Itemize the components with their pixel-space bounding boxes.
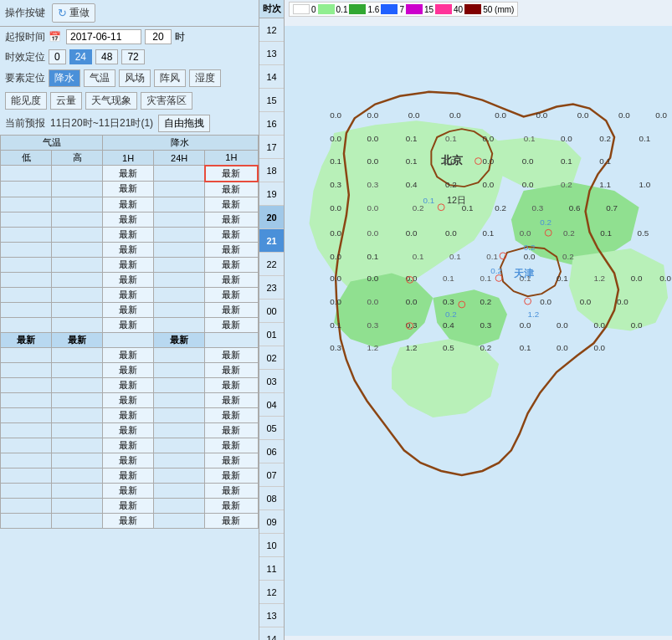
table-cell xyxy=(154,392,205,407)
svg-text:0.0: 0.0 xyxy=(330,274,341,283)
svg-text:1.0: 1.0 xyxy=(639,180,651,189)
elem-btn-wind[interactable]: 风场 xyxy=(119,69,151,87)
svg-text:0.0: 0.0 xyxy=(655,110,667,120)
time-13: 13 xyxy=(259,42,284,65)
svg-text:0.0: 0.0 xyxy=(330,252,341,261)
table-cell: 最新 xyxy=(103,407,154,422)
elem-btn-precipitation[interactable]: 降水 xyxy=(49,69,80,87)
table-cell: 最新 xyxy=(103,166,154,182)
left-panel: 操作按键 ↻ 重做 起报时间 📅 时 时效定位 0 24 48 72 要素定位 … xyxy=(0,0,259,640)
svg-text:0.0: 0.0 xyxy=(540,297,551,306)
table-cell xyxy=(1,257,52,272)
time-04: 04 xyxy=(259,393,284,417)
table-row: 最新最新 xyxy=(1,362,259,377)
table-cell: 最新 xyxy=(103,347,154,362)
element-row: 要素定位 降水 气温 风场 阵风 湿度 xyxy=(0,67,259,90)
time-btn-24[interactable]: 24 xyxy=(69,49,92,64)
element-label: 要素定位 xyxy=(5,71,45,85)
table-cell xyxy=(1,347,52,362)
svg-text:0.5: 0.5 xyxy=(443,343,454,352)
svg-text:0.3: 0.3 xyxy=(532,203,544,212)
svg-text:0.0: 0.0 xyxy=(593,320,605,330)
svg-text:0.2: 0.2 xyxy=(563,228,575,238)
legend-label-0: 0 xyxy=(311,5,316,14)
table-cell xyxy=(52,513,103,528)
svg-text:0.0: 0.0 xyxy=(406,297,418,306)
forecast-value: 11日20时~11日21时(1) xyxy=(50,116,153,131)
elem-btn-humidity[interactable]: 湿度 xyxy=(189,69,221,87)
elem-btn-temperature[interactable]: 气温 xyxy=(84,69,115,87)
table-cell xyxy=(154,197,205,212)
table-cell xyxy=(52,302,103,317)
svg-text:0.2: 0.2 xyxy=(413,203,424,212)
svg-text:0.1: 0.1 xyxy=(482,228,494,238)
svg-text:0.1: 0.1 xyxy=(406,134,418,143)
svg-text:0.1: 0.1 xyxy=(413,252,424,261)
table-cell: 最新 xyxy=(103,257,154,272)
table-cell xyxy=(1,302,52,317)
table-row: 最新最新 xyxy=(1,257,259,272)
toolbar-title: 操作按键 xyxy=(5,6,45,20)
time-btn-72[interactable]: 72 xyxy=(121,49,144,64)
toolbar: 操作按键 ↻ 重做 xyxy=(0,0,259,27)
col-1h-precip: 1H xyxy=(205,151,258,166)
start-time-label: 起报时间 xyxy=(5,30,45,44)
legend-label-40: 40 xyxy=(454,5,463,14)
elem-btn-disaster[interactable]: 灾害落区 xyxy=(141,92,192,110)
table-row-main: 最新最新最新 xyxy=(1,332,259,347)
table-cell: 最新 xyxy=(103,392,154,407)
table-cell xyxy=(52,377,103,392)
table-cell xyxy=(1,212,52,227)
table-cell xyxy=(154,227,205,242)
svg-text:0.1: 0.1 xyxy=(367,252,379,261)
redo-button[interactable]: ↻ 重做 xyxy=(52,3,95,23)
svg-text:0.0: 0.0 xyxy=(330,110,341,120)
table-cell: 最新 xyxy=(103,272,154,287)
svg-text:0.1: 0.1 xyxy=(524,134,536,143)
col-24h: 24H xyxy=(154,151,205,166)
legend-color-pink xyxy=(435,4,452,14)
elem-btn-visibility[interactable]: 能见度 xyxy=(5,92,47,110)
time-12: 12 xyxy=(259,18,284,42)
table-cell xyxy=(52,468,103,483)
svg-text:0.1: 0.1 xyxy=(599,157,611,166)
forecast-label: 当前预报 xyxy=(5,116,45,131)
svg-text:0.3: 0.3 xyxy=(367,180,379,189)
svg-text:0.0: 0.0 xyxy=(618,110,630,120)
table-cell: 最新 xyxy=(103,377,154,392)
time-btn-48[interactable]: 48 xyxy=(95,49,118,64)
table-cell: 最新 xyxy=(103,438,154,453)
table-cell xyxy=(1,498,52,513)
hour-input[interactable] xyxy=(145,29,172,44)
svg-text:0.0: 0.0 xyxy=(482,134,494,143)
time-02: 02 xyxy=(259,346,284,370)
free-drag-button[interactable]: 自由拖拽 xyxy=(158,115,210,132)
table-cell xyxy=(52,166,103,182)
legend-color-white xyxy=(293,4,310,14)
svg-text:0.2: 0.2 xyxy=(524,243,536,252)
col-group-header: 气温 降水 xyxy=(1,136,259,151)
elem-btn-cloud[interactable]: 云量 xyxy=(50,92,82,110)
table-cell xyxy=(154,257,205,272)
svg-text:0.0: 0.0 xyxy=(631,274,643,283)
table-cell: 最新 xyxy=(205,242,258,257)
data-table: 气温 降水 低 高 1H 24H 1H 最新最新最新最新最新最新最新最新最新最新… xyxy=(0,135,259,640)
col-high: 高 xyxy=(52,151,103,166)
svg-text:0.0: 0.0 xyxy=(536,110,547,120)
time-16: 16 xyxy=(259,112,284,136)
time-btn-0[interactable]: 0 xyxy=(49,49,66,64)
time-22: 22 xyxy=(259,253,284,276)
table-cell xyxy=(52,317,103,332)
date-input[interactable] xyxy=(66,29,141,44)
table-cell: 最新 xyxy=(205,407,258,422)
table-cell xyxy=(1,453,52,468)
elem-btn-gust[interactable]: 阵风 xyxy=(154,69,186,87)
svg-text:0.1: 0.1 xyxy=(520,343,531,352)
table-cell xyxy=(154,438,205,453)
table-cell xyxy=(154,166,205,182)
elem-btn-weather[interactable]: 天气现象 xyxy=(85,92,137,110)
svg-text:0.2: 0.2 xyxy=(599,134,611,143)
time-11: 11 xyxy=(259,557,284,581)
svg-text:0.0: 0.0 xyxy=(557,343,568,352)
table-cell-main: 最新 xyxy=(52,332,103,347)
